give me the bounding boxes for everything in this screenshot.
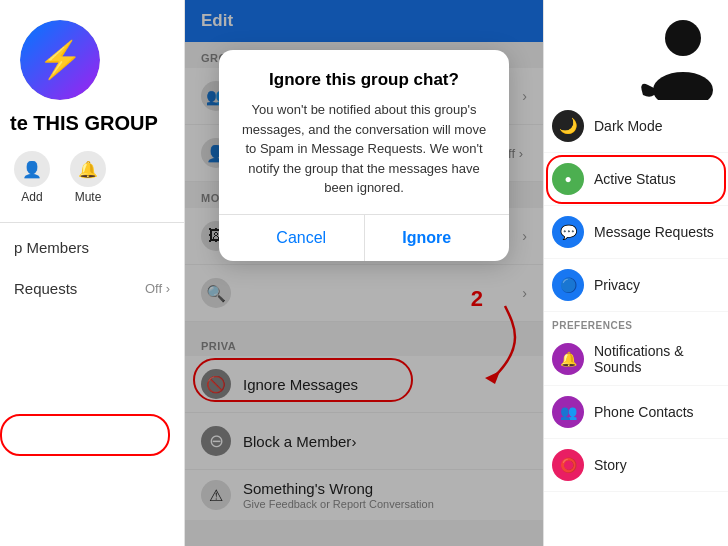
add-icon: 👤	[14, 151, 50, 187]
left-panel: ⚡ te THIS GROUP 👤 Add 🔔 Mute p Members R…	[0, 0, 185, 546]
requests-badge: Off ›	[145, 281, 170, 296]
dialog-actions: Cancel Ignore	[239, 215, 489, 261]
notifications-icon: 🔔	[552, 343, 584, 375]
add-label: Add	[21, 190, 42, 204]
dialog-overlay: Ignore this group chat? You won't be not…	[185, 0, 543, 546]
story-item[interactable]: ⭕ Story	[544, 439, 728, 492]
mute-label: Mute	[75, 190, 102, 204]
phone-contacts-label: Phone Contacts	[594, 404, 694, 420]
avatar: ⚡	[20, 20, 100, 100]
middle-panel: Edit GROUP INFO 👥 See Group Members › 👤 …	[185, 0, 543, 546]
dark-mode-icon: 🌙	[552, 110, 584, 142]
message-requests-label: Message Requests	[594, 224, 714, 240]
message-requests-item[interactable]: 💬 Message Requests	[544, 206, 728, 259]
privacy-icon: 🔵	[552, 269, 584, 301]
mute-icon: 🔔	[70, 151, 106, 187]
right-panel: 🌙 Dark Mode ● Active Status 💬 Message Re…	[543, 0, 728, 546]
story-icon: ⭕	[552, 449, 584, 481]
divider	[0, 222, 184, 223]
dark-mode-label: Dark Mode	[594, 118, 662, 134]
add-action[interactable]: 👤 Add	[14, 151, 50, 204]
left-actions: 👤 Add 🔔 Mute	[0, 145, 116, 218]
requests-label: Requests	[14, 280, 77, 297]
mute-action[interactable]: 🔔 Mute	[70, 151, 106, 204]
messenger-icon: ⚡	[20, 20, 100, 100]
group-title: te THIS GROUP	[0, 108, 168, 145]
svg-point-2	[653, 72, 713, 100]
notifications-label: Notifications & Sounds	[594, 343, 720, 375]
active-status-wrapper: ● Active Status	[544, 153, 728, 206]
notifications-item[interactable]: 🔔 Notifications & Sounds	[544, 333, 728, 386]
active-status-item[interactable]: ● Active Status	[544, 153, 728, 206]
active-status-icon: ●	[552, 163, 584, 195]
privacy-item[interactable]: 🔵 Privacy	[544, 259, 728, 312]
cancel-button[interactable]: Cancel	[239, 215, 365, 261]
dialog-body: You won't be notified about this group's…	[239, 100, 489, 198]
dark-mode-item[interactable]: 🌙 Dark Mode	[544, 100, 728, 153]
left-menu-requests[interactable]: Requests Off ›	[0, 268, 184, 309]
active-status-label: Active Status	[594, 171, 676, 187]
svg-point-1	[665, 20, 701, 56]
phone-contacts-icon: 👥	[552, 396, 584, 428]
dialog-box: Ignore this group chat? You won't be not…	[219, 50, 509, 261]
ignore-button[interactable]: Ignore	[365, 215, 490, 261]
preferences-label: PREFERENCES	[544, 312, 728, 333]
right-avatar-area	[544, 0, 728, 100]
phone-contacts-item[interactable]: 👥 Phone Contacts	[544, 386, 728, 439]
silhouette-icon	[628, 10, 718, 100]
left-menu-members[interactable]: p Members	[0, 227, 184, 268]
message-requests-icon: 💬	[552, 216, 584, 248]
story-label: Story	[594, 457, 627, 473]
right-panel-inner: 🌙 Dark Mode ● Active Status 💬 Message Re…	[544, 100, 728, 546]
red-oval-annotation	[0, 414, 170, 456]
dialog-title: Ignore this group chat?	[239, 70, 489, 90]
members-label: p Members	[14, 239, 89, 256]
privacy-label: Privacy	[594, 277, 640, 293]
